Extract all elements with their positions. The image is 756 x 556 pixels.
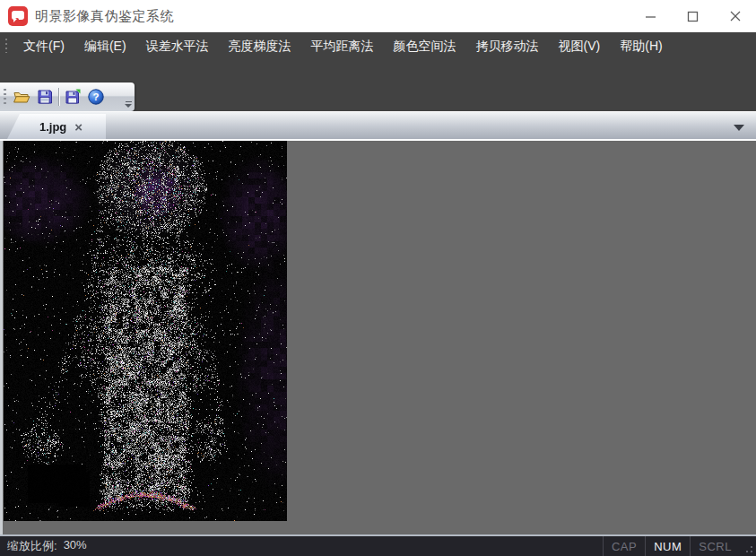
tab-label: 1.jpg [30, 120, 66, 134]
open-folder-icon [13, 88, 30, 106]
menu-item-file[interactable]: 文件(F) [13, 32, 74, 59]
menu-item-error-level[interactable]: 误差水平法 [136, 32, 219, 59]
app-window: 明景影像真伪鉴定系统 文件(F) 编辑(E) 误差水平法 亮度梯度法 平均距离法… [0, 0, 756, 556]
minimize-button[interactable] [630, 0, 672, 32]
toolbar-overflow-button[interactable] [125, 101, 132, 108]
save-floppy-icon [36, 88, 54, 106]
menu-item-view[interactable]: 视图(V) [549, 32, 611, 59]
tab-list-dropdown-icon[interactable] [734, 125, 744, 131]
tab-close-icon[interactable]: × [74, 120, 83, 134]
menu-item-edit[interactable]: 编辑(E) [74, 32, 136, 59]
document-tab-bar: 1.jpg × [0, 111, 756, 141]
maximize-icon [687, 11, 699, 22]
app-icon [8, 6, 28, 26]
help-icon: ? [87, 88, 105, 106]
zoom-ratio: 缩放比例: 30% [7, 538, 87, 554]
chevron-down-icon [125, 104, 132, 108]
save-as-floppy-icon [64, 88, 82, 106]
menu-item-average-distance[interactable]: 平均距离法 [301, 32, 384, 59]
maximize-button[interactable] [672, 0, 714, 32]
scroll-lock-indicator: SCRL [690, 536, 740, 556]
chat-bubble-icon [12, 11, 24, 20]
menu-drag-handle-icon[interactable] [4, 39, 8, 53]
viewer-left-edge [0, 141, 3, 534]
menu-items: 文件(F) 编辑(E) 误差水平法 亮度梯度法 平均距离法 颜色空间法 拷贝移动… [13, 32, 673, 59]
keyboard-indicators: CAP NUM SCRL [603, 536, 756, 556]
window-controls [630, 0, 756, 32]
toolbar-grip-icon[interactable] [4, 89, 6, 105]
save-button[interactable] [33, 85, 56, 109]
resize-grip-icon[interactable] [740, 536, 756, 556]
status-bar: 缩放比例: 30% CAP NUM SCRL [0, 534, 756, 556]
num-lock-indicator: NUM [645, 536, 690, 556]
toolbar-separator [58, 88, 59, 106]
toolbar: ? [0, 83, 135, 111]
tab-1jpg[interactable]: 1.jpg × [7, 114, 106, 139]
menu-item-luminance-gradient[interactable]: 亮度梯度法 [219, 32, 301, 59]
menu-bar: 文件(F) 编辑(E) 误差水平法 亮度梯度法 平均距离法 颜色空间法 拷贝移动… [0, 32, 756, 59]
title-bar: 明景影像真伪鉴定系统 [0, 0, 756, 32]
minimize-icon [645, 11, 656, 22]
close-button[interactable] [714, 0, 756, 32]
ela-analysis-image [4, 141, 287, 521]
zoom-value: 30% [64, 538, 87, 554]
help-button[interactable]: ? [84, 85, 108, 109]
toolbar-dock: ? [0, 59, 756, 111]
menu-item-help[interactable]: 帮助(H) [610, 32, 672, 59]
window-title: 明景影像真伪鉴定系统 [35, 8, 174, 25]
svg-text:?: ? [92, 91, 99, 102]
zoom-label: 缩放比例: [7, 538, 57, 554]
save-as-button[interactable] [61, 85, 84, 109]
menu-item-color-space[interactable]: 颜色空间法 [384, 32, 466, 59]
close-icon [729, 10, 742, 22]
image-viewer-canvas-area[interactable] [0, 141, 756, 534]
caps-lock-indicator: CAP [603, 536, 645, 556]
menu-item-copy-move[interactable]: 拷贝移动法 [466, 32, 549, 59]
open-file-button[interactable] [10, 85, 33, 109]
